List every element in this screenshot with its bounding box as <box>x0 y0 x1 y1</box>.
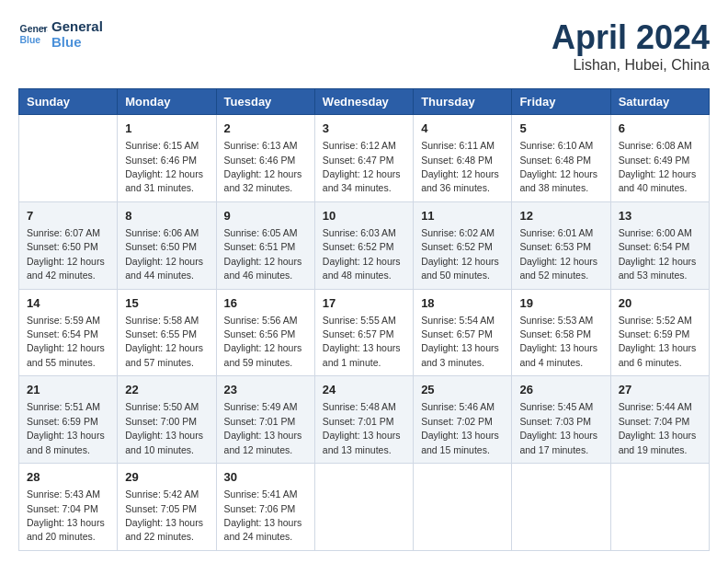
calendar-title: April 2024 <box>552 18 710 57</box>
day-number: 23 <box>224 382 307 398</box>
calendar-cell: 8Sunrise: 6:06 AM Sunset: 6:50 PM Daylig… <box>118 201 216 289</box>
day-info: Sunrise: 6:07 AM Sunset: 6:50 PM Dayligh… <box>27 227 105 281</box>
calendar-cell <box>19 115 118 202</box>
logo: General Blue General Blue <box>18 18 103 50</box>
day-info: Sunrise: 5:45 AM Sunset: 7:03 PM Dayligh… <box>519 401 597 454</box>
day-number: 5 <box>519 121 602 137</box>
day-info: Sunrise: 6:11 AM Sunset: 6:48 PM Dayligh… <box>421 140 499 193</box>
day-info: Sunrise: 6:10 AM Sunset: 6:48 PM Dayligh… <box>519 140 597 193</box>
day-info: Sunrise: 5:59 AM Sunset: 6:54 PM Dayligh… <box>27 315 105 368</box>
day-info: Sunrise: 5:53 AM Sunset: 6:58 PM Dayligh… <box>519 315 597 368</box>
svg-text:Blue: Blue <box>20 35 41 45</box>
calendar-cell: 11Sunrise: 6:02 AM Sunset: 6:52 PM Dayli… <box>414 201 512 289</box>
logo-text-line2: Blue <box>51 34 103 50</box>
day-info: Sunrise: 6:08 AM Sunset: 6:49 PM Dayligh… <box>619 140 697 193</box>
day-info: Sunrise: 5:58 AM Sunset: 6:55 PM Dayligh… <box>125 315 203 368</box>
calendar-subtitle: Lishan, Hubei, China <box>552 57 710 74</box>
day-info: Sunrise: 6:13 AM Sunset: 6:46 PM Dayligh… <box>224 140 302 193</box>
calendar-cell: 10Sunrise: 6:03 AM Sunset: 6:52 PM Dayli… <box>314 201 413 289</box>
calendar-cell: 25Sunrise: 5:46 AM Sunset: 7:02 PM Dayli… <box>414 376 512 464</box>
day-info: Sunrise: 6:15 AM Sunset: 6:46 PM Dayligh… <box>125 140 203 193</box>
day-number: 11 <box>421 208 504 224</box>
day-info: Sunrise: 6:01 AM Sunset: 6:53 PM Dayligh… <box>519 227 597 281</box>
calendar-cell: 20Sunrise: 5:52 AM Sunset: 6:59 PM Dayli… <box>610 289 709 376</box>
calendar-cell <box>314 464 413 551</box>
day-info: Sunrise: 5:42 AM Sunset: 7:05 PM Dayligh… <box>125 488 203 542</box>
calendar-cell: 16Sunrise: 5:56 AM Sunset: 6:56 PM Dayli… <box>216 289 314 376</box>
calendar-cell: 4Sunrise: 6:11 AM Sunset: 6:48 PM Daylig… <box>414 115 512 202</box>
calendar-cell: 12Sunrise: 6:01 AM Sunset: 6:53 PM Dayli… <box>512 201 610 289</box>
day-number: 20 <box>619 295 701 312</box>
header-monday: Monday <box>118 89 216 115</box>
day-info: Sunrise: 6:03 AM Sunset: 6:52 PM Dayligh… <box>323 227 401 281</box>
day-info: Sunrise: 5:52 AM Sunset: 6:59 PM Dayligh… <box>619 315 697 368</box>
day-number: 27 <box>619 382 701 398</box>
day-number: 18 <box>421 295 504 312</box>
day-info: Sunrise: 5:44 AM Sunset: 7:04 PM Dayligh… <box>619 401 697 454</box>
calendar-table: SundayMondayTuesdayWednesdayThursdayFrid… <box>18 88 710 551</box>
svg-text:General: General <box>20 24 48 34</box>
calendar-cell: 14Sunrise: 5:59 AM Sunset: 6:54 PM Dayli… <box>19 289 118 376</box>
calendar-cell: 19Sunrise: 5:53 AM Sunset: 6:58 PM Dayli… <box>512 289 610 376</box>
calendar-cell <box>414 464 512 551</box>
day-number: 15 <box>125 295 208 312</box>
week-row-4: 21Sunrise: 5:51 AM Sunset: 6:59 PM Dayli… <box>19 376 710 464</box>
calendar-cell: 26Sunrise: 5:45 AM Sunset: 7:03 PM Dayli… <box>512 376 610 464</box>
logo-text-line1: General <box>51 18 103 34</box>
calendar-cell: 27Sunrise: 5:44 AM Sunset: 7:04 PM Dayli… <box>610 376 709 464</box>
calendar-cell: 13Sunrise: 6:00 AM Sunset: 6:54 PM Dayli… <box>610 201 709 289</box>
day-info: Sunrise: 6:05 AM Sunset: 6:51 PM Dayligh… <box>224 227 302 281</box>
calendar-cell: 23Sunrise: 5:49 AM Sunset: 7:01 PM Dayli… <box>216 376 314 464</box>
logo-icon: General Blue <box>18 19 48 49</box>
day-info: Sunrise: 5:55 AM Sunset: 6:57 PM Dayligh… <box>323 315 401 368</box>
calendar-cell: 6Sunrise: 6:08 AM Sunset: 6:49 PM Daylig… <box>610 115 709 202</box>
day-number: 12 <box>519 208 602 224</box>
header-tuesday: Tuesday <box>216 89 314 115</box>
calendar-cell: 30Sunrise: 5:41 AM Sunset: 7:06 PM Dayli… <box>216 464 314 551</box>
calendar-cell: 18Sunrise: 5:54 AM Sunset: 6:57 PM Dayli… <box>414 289 512 376</box>
day-number: 29 <box>125 469 208 486</box>
week-row-3: 14Sunrise: 5:59 AM Sunset: 6:54 PM Dayli… <box>19 289 710 376</box>
day-info: Sunrise: 5:41 AM Sunset: 7:06 PM Dayligh… <box>224 488 302 542</box>
day-number: 4 <box>421 121 504 137</box>
day-number: 26 <box>519 382 602 398</box>
day-number: 19 <box>519 295 602 312</box>
day-number: 17 <box>323 295 405 312</box>
calendar-cell: 1Sunrise: 6:15 AM Sunset: 6:46 PM Daylig… <box>118 115 216 202</box>
calendar-cell: 2Sunrise: 6:13 AM Sunset: 6:46 PM Daylig… <box>216 115 314 202</box>
day-number: 2 <box>224 121 307 137</box>
day-number: 10 <box>323 208 405 224</box>
calendar-cell: 22Sunrise: 5:50 AM Sunset: 7:00 PM Dayli… <box>118 376 216 464</box>
calendar-cell: 29Sunrise: 5:42 AM Sunset: 7:05 PM Dayli… <box>118 464 216 551</box>
day-number: 24 <box>323 382 405 398</box>
day-info: Sunrise: 5:54 AM Sunset: 6:57 PM Dayligh… <box>421 315 499 368</box>
week-row-2: 7Sunrise: 6:07 AM Sunset: 6:50 PM Daylig… <box>19 201 710 289</box>
calendar-cell: 15Sunrise: 5:58 AM Sunset: 6:55 PM Dayli… <box>118 289 216 376</box>
day-number: 1 <box>125 121 208 137</box>
week-row-1: 1Sunrise: 6:15 AM Sunset: 6:46 PM Daylig… <box>19 115 710 202</box>
calendar-cell <box>610 464 709 551</box>
day-number: 22 <box>125 382 208 398</box>
day-number: 13 <box>619 208 701 224</box>
calendar-cell: 24Sunrise: 5:48 AM Sunset: 7:01 PM Dayli… <box>314 376 413 464</box>
calendar-cell <box>512 464 610 551</box>
header-thursday: Thursday <box>414 89 512 115</box>
calendar-cell: 9Sunrise: 6:05 AM Sunset: 6:51 PM Daylig… <box>216 201 314 289</box>
day-number: 7 <box>27 208 109 224</box>
calendar-header-row: SundayMondayTuesdayWednesdayThursdayFrid… <box>19 89 710 115</box>
day-number: 3 <box>323 121 405 137</box>
day-number: 9 <box>224 208 307 224</box>
day-info: Sunrise: 6:00 AM Sunset: 6:54 PM Dayligh… <box>619 227 697 281</box>
day-info: Sunrise: 5:49 AM Sunset: 7:01 PM Dayligh… <box>224 401 302 454</box>
day-info: Sunrise: 5:48 AM Sunset: 7:01 PM Dayligh… <box>323 401 401 454</box>
day-info: Sunrise: 6:02 AM Sunset: 6:52 PM Dayligh… <box>421 227 499 281</box>
day-info: Sunrise: 5:43 AM Sunset: 7:04 PM Dayligh… <box>27 488 105 542</box>
calendar-cell: 3Sunrise: 6:12 AM Sunset: 6:47 PM Daylig… <box>314 115 413 202</box>
calendar-cell: 28Sunrise: 5:43 AM Sunset: 7:04 PM Dayli… <box>19 464 118 551</box>
day-number: 6 <box>619 121 701 137</box>
header-friday: Friday <box>512 89 610 115</box>
page-header: General Blue General Blue April 2024 Lis… <box>18 18 710 74</box>
calendar-cell: 21Sunrise: 5:51 AM Sunset: 6:59 PM Dayli… <box>19 376 118 464</box>
day-info: Sunrise: 5:50 AM Sunset: 7:00 PM Dayligh… <box>125 401 203 454</box>
week-row-5: 28Sunrise: 5:43 AM Sunset: 7:04 PM Dayli… <box>19 464 710 551</box>
